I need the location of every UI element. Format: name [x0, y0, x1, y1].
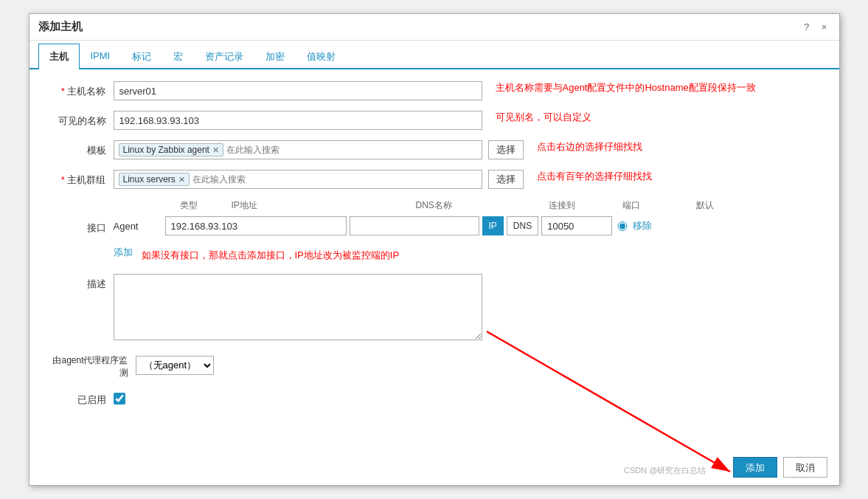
interface-row: Agent IP DNS 移除	[114, 216, 822, 235]
visible-name-label: 可见的名称	[47, 111, 114, 128]
interface-section: 类型 IP地址 DNS名称 连接到 端口 默认 接口 Agent IP DNS …	[47, 199, 822, 235]
hostgroup-label: * 主机群组	[47, 170, 114, 187]
connect-ip-button[interactable]: IP	[482, 216, 504, 235]
form-body: * 主机名称 主机名称需要与Agent配置文件中的Hostname配置段保持一致…	[29, 69, 839, 429]
template-select-button[interactable]: 选择	[488, 140, 524, 159]
template-tag-label: Linux by Zabbix agent	[123, 145, 209, 155]
template-label: 模板	[47, 140, 114, 157]
dialog-footer: 添加 取消	[721, 450, 839, 485]
interface-port-input[interactable]	[541, 216, 612, 235]
hostgroup-tag-remove[interactable]: ✕	[178, 175, 185, 185]
interface-col-dns: DNS名称	[416, 199, 549, 212]
add-interface-link[interactable]: 添加	[114, 246, 133, 259]
description-textarea[interactable]	[114, 274, 482, 340]
interface-remove-link[interactable]: 移除	[633, 219, 652, 233]
add-annotation: 如果没有接口，那就点击添加接口，IP地址改为被监控端的IP	[142, 249, 400, 262]
interface-ip-input[interactable]	[165, 216, 347, 235]
hostgroup-select-button[interactable]: 选择	[488, 170, 524, 189]
interface-type-label: Agent	[114, 221, 162, 232]
enabled-row: 已启用	[47, 390, 822, 407]
hostgroup-search-input[interactable]	[192, 174, 477, 185]
tab-value-mapping[interactable]: 值映射	[296, 44, 347, 69]
tab-bar: 主机 IPMI 标记 宏 资产记录 加密 值映射	[29, 44, 839, 69]
interface-dns-input[interactable]	[350, 216, 479, 235]
template-row: 模板 Linux by Zabbix agent ✕ 选择 点击右边的选择仔细找…	[47, 140, 822, 159]
description-row: 描述	[47, 274, 822, 340]
hostgroup-tag-label: Linux servers	[123, 174, 176, 185]
template-tag-input[interactable]: Linux by Zabbix agent ✕	[114, 140, 482, 159]
add-host-dialog: 添加主机 ? × 主机 IPMI 标记 宏 资产记录 加密 值映射 * 主机名称…	[29, 13, 840, 486]
visible-name-annotation: 可见别名，可以自定义	[496, 111, 591, 124]
close-icon[interactable]: ×	[819, 21, 830, 33]
hostname-label: * 主机名称	[47, 81, 114, 98]
enabled-checkbox[interactable]	[114, 393, 125, 405]
template-search-input[interactable]	[226, 145, 477, 155]
dialog-title: 添加主机	[38, 20, 83, 34]
hostgroup-tag: Linux servers ✕	[119, 173, 190, 186]
hostgroup-tag-input[interactable]: Linux servers ✕	[114, 170, 482, 189]
hostgroup-annotation: 点击有百年的选择仔细找找	[537, 170, 652, 183]
add-interface-row: 添加 如果没有接口，那就点击添加接口，IP地址改为被监控端的IP	[47, 246, 822, 265]
tab-ipmi[interactable]: IPMI	[80, 44, 122, 69]
tab-tags[interactable]: 标记	[121, 44, 162, 69]
interface-label: 接口	[47, 218, 114, 235]
description-label: 描述	[47, 274, 114, 291]
hostname-annotation: 主机名称需要与Agent配置文件中的Hostname配置段保持一致	[496, 81, 756, 94]
interface-col-ip: IP地址	[232, 199, 416, 212]
template-tag-remove[interactable]: ✕	[212, 145, 219, 155]
template-field: Linux by Zabbix agent ✕ 选择 点击右边的选择仔细找找	[114, 140, 822, 159]
template-annotation: 点击右边的选择仔细找找	[537, 140, 642, 154]
tab-host[interactable]: 主机	[38, 44, 80, 69]
agent-monitor-select[interactable]: （无agent）	[136, 356, 214, 375]
interface-col-connect: 连接到	[549, 199, 622, 212]
tab-macros[interactable]: 宏	[162, 44, 194, 69]
visible-name-field: 可见别名，可以自定义	[114, 111, 822, 130]
visible-name-input[interactable]	[114, 111, 482, 130]
description-field	[114, 274, 822, 340]
hostname-field: 主机名称需要与Agent配置文件中的Hostname配置段保持一致	[114, 81, 822, 100]
interface-col-port: 端口	[622, 199, 696, 212]
dialog-titlebar: 添加主机 ? ×	[29, 14, 839, 41]
tab-encryption[interactable]: 加密	[254, 44, 296, 69]
visible-name-row: 可见的名称 可见别名，可以自定义	[47, 111, 822, 130]
hostname-row: * 主机名称 主机名称需要与Agent配置文件中的Hostname配置段保持一致	[47, 81, 822, 100]
agent-monitor-label: 由agent代理程序监测	[47, 351, 136, 379]
hostgroup-field: Linux servers ✕ 选择 点击有百年的选择仔细找找	[114, 170, 822, 189]
enabled-label: 已启用	[47, 390, 114, 407]
template-tag: Linux by Zabbix agent ✕	[119, 143, 223, 156]
interface-default-radio[interactable]	[615, 221, 630, 231]
interface-col-default: 默认	[696, 199, 740, 212]
interface-label-row: 接口 Agent IP DNS 移除	[47, 216, 822, 235]
connect-dns-button[interactable]: DNS	[507, 216, 538, 235]
agent-monitor-row: 由agent代理程序监测 （无agent）	[47, 351, 822, 379]
hostname-input[interactable]	[114, 81, 482, 100]
tab-asset[interactable]: 资产记录	[194, 44, 254, 69]
interface-table-header: 类型 IP地址 DNS名称 连接到 端口 默认	[47, 199, 822, 212]
dialog-controls: ? ×	[801, 21, 830, 33]
interface-col-type: 类型	[180, 199, 232, 212]
cancel-button[interactable]: 取消	[783, 457, 827, 478]
csdn-watermark: CSDN @研究在白总结	[624, 465, 706, 476]
hostgroup-row: * 主机群组 Linux servers ✕ 选择 点击有百年的选择仔细找找	[47, 170, 822, 189]
add-button[interactable]: 添加	[733, 457, 777, 478]
help-icon[interactable]: ?	[801, 21, 813, 33]
